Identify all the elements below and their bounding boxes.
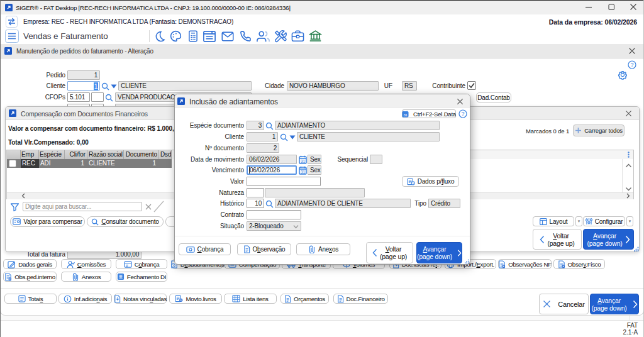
svg-text:31: 31: [403, 113, 408, 116]
svg-text:31: 31: [301, 159, 306, 163]
svg-text:31: 31: [301, 170, 306, 174]
svg-text:?: ?: [462, 111, 465, 117]
svg-text:?: ?: [631, 62, 634, 68]
